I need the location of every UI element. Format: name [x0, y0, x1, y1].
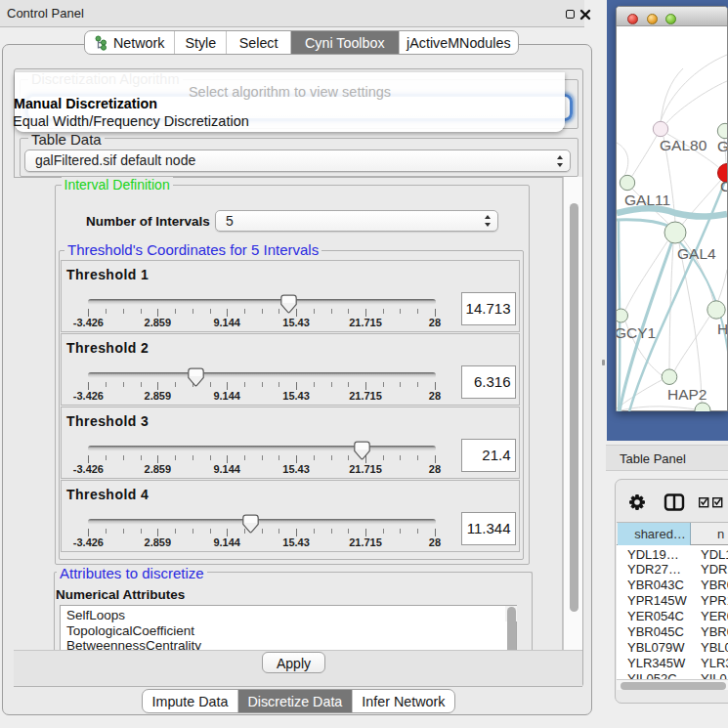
svg-text:GAL11: GAL11 — [624, 192, 670, 208]
svg-text:GAL80: GAL80 — [660, 137, 707, 153]
svg-text:C: C — [720, 178, 727, 194]
svg-text:H: H — [717, 321, 727, 337]
svg-text:HAP2: HAP2 — [667, 386, 707, 403]
svg-text:GAL4: GAL4 — [677, 245, 716, 262]
svg-text:G: G — [717, 138, 727, 154]
svg-text:GCY1: GCY1 — [617, 324, 656, 341]
